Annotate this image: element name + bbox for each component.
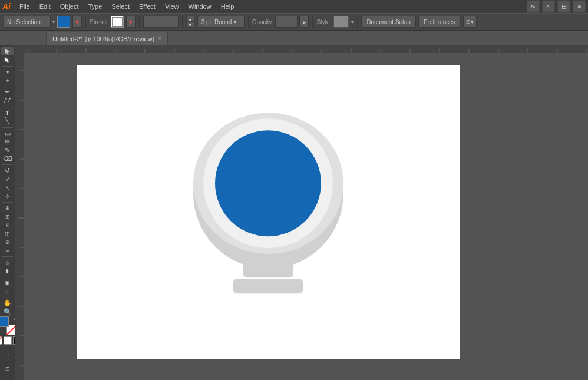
menu-effect[interactable]: Effect — [135, 2, 160, 11]
opacity-label: Opacity: — [252, 19, 274, 25]
sep2 — [139, 16, 140, 28]
document-setup-button[interactable]: Document Setup — [361, 16, 416, 28]
stroke-up[interactable]: ▲ — [186, 16, 194, 22]
tool-paintbrush[interactable]: ✏ — [1, 138, 14, 146]
menu-type[interactable]: Type — [84, 2, 107, 11]
stroke-swatch-arrow[interactable]: ▼ — [126, 16, 136, 28]
opacity-section: Opacity: 100% ▸ — [252, 16, 309, 28]
webcam-body — [191, 113, 345, 266]
stroke-spinners: ▲ ▼ — [186, 16, 196, 28]
canvas-content — [24, 53, 588, 380]
tool-eraser[interactable]: ⌫ — [1, 155, 14, 163]
tool-warp[interactable]: ⤡ — [1, 184, 14, 191]
menu-select[interactable]: Select — [107, 2, 134, 11]
bridge-icon[interactable]: Br — [527, 0, 540, 13]
tool-mesh[interactable]: # — [1, 221, 14, 229]
sep6 — [357, 16, 358, 28]
tab-title: Untitled-2* @ 100% (RGB/Preview) — [52, 35, 154, 42]
tool-direct-selection[interactable] — [1, 56, 14, 64]
white-swatch[interactable] — [4, 336, 12, 345]
selection-section: No Selection ▾ — [4, 16, 55, 28]
stroke-weight-btn[interactable]: 3 pt. Round ▾ — [197, 16, 245, 28]
extra-tools: ↔ ⊡ — [1, 348, 14, 375]
grid-icon[interactable]: ⊞ — [557, 0, 570, 13]
tool-zoom[interactable]: 🔍 — [1, 308, 14, 316]
webcam-lens — [215, 130, 321, 236]
fill-color-swatch[interactable] — [57, 16, 70, 28]
svg-marker-0 — [5, 48, 10, 55]
style-chevron: ▾ — [351, 19, 354, 25]
menu-window[interactable]: Window — [184, 2, 216, 11]
tool-pen[interactable]: ✒ — [1, 88, 14, 96]
tool-sep-4 — [2, 127, 13, 128]
stroke-color-swatch[interactable] — [111, 16, 124, 28]
color-area: ⇄ ↔ ⊡ — [0, 316, 15, 378]
left-toolbar: ✦ ⌖ ✒ ⌰ T ╲ ▭ ✏ ✎ ⌫ — [0, 45, 15, 380]
tool-rotate[interactable]: ↺ — [1, 167, 14, 174]
fill-swatch-fg[interactable] — [0, 316, 9, 327]
webcam-base — [233, 279, 303, 293]
stroke-down[interactable]: ▼ — [186, 22, 194, 28]
tool-type[interactable]: T — [1, 109, 14, 117]
opacity-arrow[interactable]: ▸ — [299, 16, 309, 28]
sep4 — [248, 16, 249, 28]
vertical-ruler — [15, 53, 24, 380]
tool-hand[interactable]: ✋ — [1, 299, 14, 307]
menu-view[interactable]: View — [161, 2, 183, 11]
tool-selection[interactable] — [1, 47, 14, 55]
tool-artboard[interactable]: ▣ — [1, 279, 14, 287]
style-swatch[interactable] — [333, 16, 349, 28]
more-icon[interactable]: ⊕ — [573, 0, 586, 13]
tool-sep-6 — [2, 202, 13, 203]
document-tab[interactable]: Untitled-2* @ 100% (RGB/Preview) × — [46, 32, 168, 45]
selection-dropdown[interactable]: No Selection — [4, 16, 51, 28]
stroke-weight-controls: ▲ ▼ — [186, 16, 196, 28]
tool-rotate-small[interactable]: ↔ — [1, 348, 14, 361]
tool-sep-9 — [2, 298, 13, 298]
menu-object[interactable]: Object — [56, 2, 83, 11]
tool-sep-2 — [2, 87, 13, 87]
tool-shape-builder[interactable]: ⊕ — [1, 204, 14, 212]
menu-file[interactable]: File — [15, 2, 34, 11]
tool-curvature[interactable]: ⌰ — [1, 97, 14, 105]
horizontal-ruler — [15, 45, 588, 53]
tool-expand[interactable]: ⊡ — [1, 362, 14, 375]
tool-sep-7 — [2, 256, 13, 257]
tool-rectangle[interactable]: ▭ — [1, 129, 14, 137]
tool-sep-1 — [2, 66, 13, 67]
value-field[interactable] — [143, 16, 179, 28]
tool-magic-wand[interactable]: ✦ — [1, 68, 14, 76]
tool-line[interactable]: ╲ — [1, 117, 14, 125]
tool-eyedropper[interactable]: ⊘ — [1, 238, 14, 246]
svg-rect-25 — [15, 53, 24, 380]
tool-gradient[interactable]: ◫ — [1, 230, 14, 237]
selection-chevron: ▾ — [52, 19, 55, 25]
tool-free-transform[interactable]: ⊹ — [1, 192, 14, 200]
fill-swatch-arrow[interactable]: ▼ — [72, 16, 82, 28]
svg-line-3 — [0, 337, 2, 344]
webcam-illustration — [191, 113, 345, 293]
tool-symbol[interactable]: ☺ — [1, 259, 14, 266]
tool-pencil[interactable]: ✎ — [1, 146, 14, 154]
fill-stroke-swatches: ⇄ — [0, 316, 15, 335]
tool-slice[interactable]: ⊡ — [1, 288, 14, 295]
preferences-button[interactable]: Preferences — [418, 16, 461, 28]
tool-blend[interactable]: ∞ — [1, 247, 14, 255]
tab-close-btn[interactable]: × — [158, 35, 161, 42]
tool-scale[interactable]: ⤢ — [1, 175, 14, 183]
tool-lasso[interactable]: ⌖ — [1, 77, 14, 84]
menu-bar: Ai File Edit Object Type Select Effect V… — [0, 0, 588, 13]
stock-icon[interactable]: St — [542, 0, 555, 13]
arrange-icon-btn[interactable]: ⊞▾ — [463, 16, 477, 28]
top-toolbar: No Selection ▾ ▼ Stroke: ▼ ▲ ▼ 3 pt. Rou… — [0, 13, 588, 31]
tool-sep-3 — [2, 107, 13, 107]
menu-edit[interactable]: Edit — [35, 2, 55, 11]
tool-graph[interactable]: ▮ — [1, 267, 14, 275]
tab-bar: Untitled-2* @ 100% (RGB/Preview) × — [0, 31, 588, 45]
main-area: ✦ ⌖ ✒ ⌰ T ╲ ▭ ✏ ✎ ⌫ — [0, 45, 588, 380]
tool-perspective[interactable]: ⊞ — [1, 213, 14, 220]
menu-help[interactable]: Help — [217, 2, 239, 11]
opacity-value[interactable]: 100% — [275, 16, 298, 28]
none-swatch[interactable] — [0, 336, 2, 345]
small-color-row — [0, 336, 15, 345]
